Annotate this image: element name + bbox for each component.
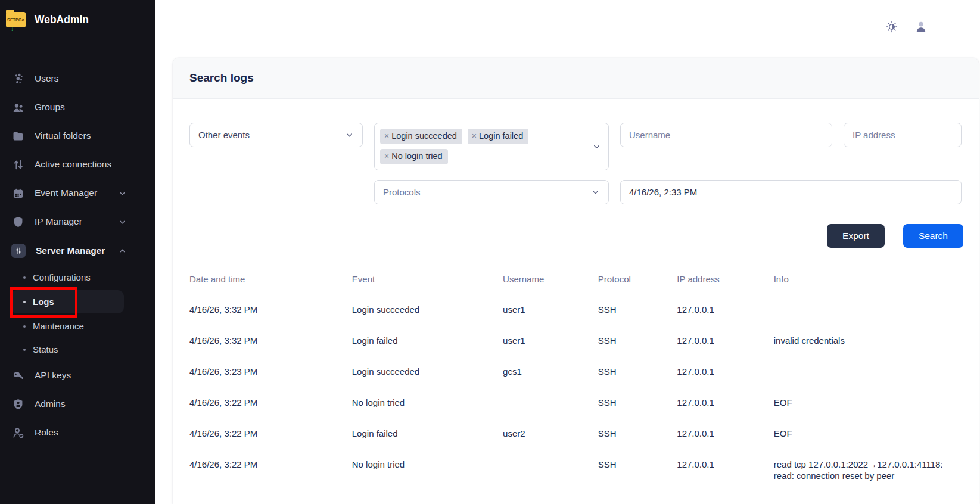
- cell-ip: 127.0.0.1: [677, 304, 773, 315]
- cell-protocol: SSH: [598, 366, 677, 377]
- chip-label: No login tried: [391, 151, 442, 161]
- cell-date: 4/16/26, 3:22 PM: [189, 428, 352, 439]
- main-area: Search logs Other events × Login succeed…: [155, 0, 980, 504]
- remove-chip-icon[interactable]: ×: [384, 151, 389, 161]
- ip-address-input[interactable]: [844, 123, 962, 147]
- chevron-down-icon: [345, 130, 354, 139]
- remove-chip-icon[interactable]: ×: [472, 131, 477, 141]
- chip-label: Login failed: [479, 131, 523, 141]
- cell-event: Login failed: [352, 428, 503, 439]
- cell-protocol: SSH: [598, 428, 677, 439]
- sidebar-item-maintenance[interactable]: Maintenance: [0, 315, 155, 338]
- datetime-input[interactable]: [620, 180, 962, 204]
- cell-ip: 127.0.0.1: [677, 397, 773, 408]
- admin-shield-icon: [11, 397, 24, 410]
- calendar-icon: [11, 186, 24, 200]
- sidebar-item-label: API keys: [35, 370, 71, 381]
- sidebar-subitem-label: Status: [33, 344, 58, 354]
- protocols-select[interactable]: Protocols: [374, 180, 609, 204]
- events-multiselect[interactable]: × Login succeeded × Login failed × No lo…: [374, 123, 609, 170]
- remove-chip-icon[interactable]: ×: [384, 131, 389, 141]
- filter-row-2: Protocols: [374, 180, 963, 204]
- cell-event: No login tried: [352, 397, 503, 408]
- search-button[interactable]: Search: [903, 224, 963, 248]
- table-row[interactable]: 4/16/26, 3:22 PM No login tried SSH 127.…: [189, 387, 963, 418]
- column-header: Event: [352, 274, 503, 284]
- page-title: Search logs: [189, 71, 962, 85]
- filter-row-1: Other events × Login succeeded × Login f…: [189, 123, 963, 170]
- theme-toggle-icon[interactable]: [886, 21, 898, 33]
- bullet-icon: [23, 349, 26, 351]
- sidebar-item-logs[interactable]: Logs: [11, 290, 124, 313]
- app-title: WebAdmin: [35, 14, 89, 26]
- cell-event: Login failed: [352, 335, 503, 346]
- column-header: Protocol: [598, 274, 677, 284]
- shield-icon: [11, 215, 24, 228]
- cell-username: user2: [503, 428, 598, 439]
- topbar: [155, 0, 980, 54]
- cell-date: 4/16/26, 3:32 PM: [189, 335, 352, 346]
- sidebar-item-label: Active connections: [35, 159, 111, 170]
- cell-protocol: SSH: [598, 335, 677, 346]
- table-row[interactable]: 4/16/26, 3:22 PM Login failed user2 SSH …: [189, 418, 963, 449]
- sidebar-item-groups[interactable]: Groups: [0, 93, 155, 122]
- sidebar-item-label: Roles: [35, 427, 58, 438]
- sidebar-subitem-label: Configurations: [33, 272, 91, 282]
- card-body: Other events × Login succeeded × Login f…: [173, 99, 979, 491]
- cell-protocol: SSH: [598, 397, 677, 408]
- cell-date: 4/16/26, 3:23 PM: [189, 366, 352, 377]
- sidebar-item-ip-manager[interactable]: IP Manager: [0, 207, 155, 236]
- cell-ip: 127.0.0.1: [677, 335, 773, 346]
- bullet-icon: [23, 301, 26, 303]
- sidebar-item-virtual-folders[interactable]: Virtual folders: [0, 122, 155, 150]
- sidebar-item-server-manager[interactable]: Server Manager: [0, 236, 155, 266]
- card-header: Search logs: [173, 58, 979, 99]
- chevron-down-icon: [118, 189, 127, 198]
- sidebar-item-configurations[interactable]: Configurations: [0, 266, 155, 289]
- cell-info: EOF: [774, 428, 963, 439]
- table-row[interactable]: 4/16/26, 3:32 PM Login succeeded user1 S…: [189, 294, 963, 325]
- table-row[interactable]: 4/16/26, 3:22 PM No login tried SSH 127.…: [189, 449, 963, 491]
- sidebar-item-users[interactable]: Users: [0, 64, 155, 93]
- chevron-down-icon: [591, 188, 600, 197]
- sidebar-item-roles[interactable]: Roles: [0, 418, 155, 447]
- table-row[interactable]: 4/16/26, 3:32 PM Login failed user1 SSH …: [189, 325, 963, 356]
- cell-ip: 127.0.0.1: [677, 428, 773, 439]
- sidebar-item-label: Virtual folders: [35, 130, 91, 141]
- sidebar-item-active-connections[interactable]: Active connections: [0, 150, 155, 179]
- sidebar-item-label: Groups: [35, 102, 65, 113]
- sidebar: SFTPGo ↓ WebAdmin Users: [0, 0, 155, 504]
- sidebar-item-label: Event Manager: [35, 188, 97, 198]
- cell-date: 4/16/26, 3:22 PM: [189, 397, 352, 408]
- user-icon[interactable]: [914, 20, 928, 33]
- sidebar-item-api-keys[interactable]: API keys: [0, 361, 155, 390]
- users-icon: [11, 72, 24, 85]
- logo-text: SFTPGo: [7, 18, 24, 22]
- sidebar-item-label: Users: [35, 73, 58, 84]
- cell-ip: 127.0.0.1: [677, 366, 773, 377]
- sidebar-item-event-manager[interactable]: Event Manager: [0, 179, 155, 207]
- chip-label: Login succeeded: [391, 131, 457, 141]
- cell-event: Login succeeded: [352, 304, 503, 315]
- sidebar-subitem-label: Maintenance: [33, 321, 84, 331]
- sidebar-item-status[interactable]: Status: [0, 338, 155, 361]
- event-chip: × Login succeeded: [380, 129, 462, 144]
- table-row[interactable]: 4/16/26, 3:23 PM Login succeeded gcs1 SS…: [189, 356, 963, 387]
- cell-date: 4/16/26, 3:32 PM: [189, 304, 352, 315]
- sidebar-nav: Users Groups: [0, 64, 155, 447]
- cell-protocol: SSH: [598, 459, 677, 470]
- logs-table: Date and time Event Username Protocol IP…: [189, 269, 963, 491]
- cell-username: user1: [503, 304, 598, 315]
- event-chip: × Login failed: [468, 129, 528, 144]
- bullet-icon: [23, 325, 26, 328]
- username-input[interactable]: [620, 123, 832, 147]
- cell-username: gcs1: [503, 366, 598, 377]
- cell-protocol: SSH: [598, 304, 677, 315]
- folder-icon: [11, 129, 24, 142]
- chevron-up-icon: [118, 247, 127, 256]
- logo-row[interactable]: SFTPGo ↓ WebAdmin: [0, 0, 155, 27]
- export-button[interactable]: Export: [827, 224, 885, 248]
- column-header: Username: [503, 274, 598, 284]
- sidebar-item-admins[interactable]: Admins: [0, 390, 155, 418]
- event-category-select[interactable]: Other events: [189, 123, 363, 147]
